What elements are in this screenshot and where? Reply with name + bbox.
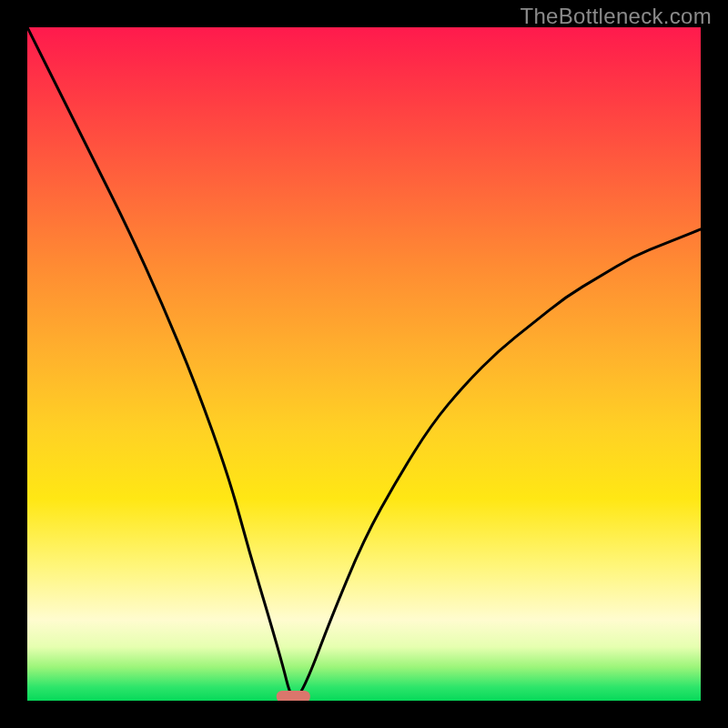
watermark-text: TheBottleneck.com <box>520 4 712 29</box>
chart-frame: TheBottleneck.com <box>0 0 728 728</box>
bottleneck-curve <box>27 27 701 698</box>
chart-svg <box>27 27 701 701</box>
target-marker <box>277 691 310 701</box>
